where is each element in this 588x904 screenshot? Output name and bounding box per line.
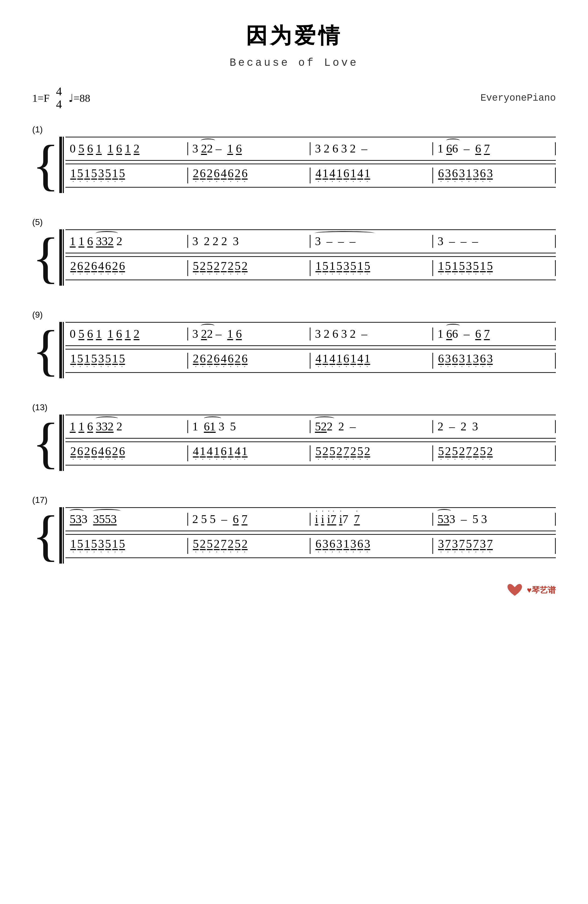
upper-staff-1: 0 5 6 1 1 6 1 2 3	[66, 137, 556, 161]
lower-staff-5: 1· 5· 1· 5· 3· 5· 1· 5· 5· 2·	[66, 534, 556, 558]
page: 因为爱情 Because of Love 1=F 4 4 ♩=88 Everyo…	[0, 0, 588, 620]
section-number-1: (1)	[32, 125, 556, 134]
note-2b: 2	[201, 142, 207, 155]
staff-pair-2: { 1 1 6 3	[32, 229, 556, 286]
note-0: 0	[70, 143, 76, 155]
barline	[555, 168, 556, 183]
thick-bar-1	[59, 137, 62, 193]
ln-1b: 1·	[84, 168, 90, 183]
left-bracket-4: {	[32, 414, 65, 471]
time-sig: 4 4	[56, 85, 62, 111]
high-note-i1: i ·	[315, 513, 318, 526]
double-barline-3	[59, 322, 64, 378]
main-title: 因为爱情	[32, 22, 556, 51]
measures-lower-2: 2· 6· 2· 6· 4· 6· 2· 6· 5· 2·	[66, 260, 556, 276]
note-1c: 1	[125, 143, 131, 155]
key-label: 1=F	[32, 92, 50, 104]
brace-2: {	[32, 229, 59, 286]
measure-u1-1: 0 5 6 1 1 6 1 2	[66, 142, 187, 155]
note-1d: 1	[227, 143, 233, 155]
note-2c: 2	[207, 143, 213, 155]
title-section: 因为爱情 Because of Love	[32, 22, 556, 69]
section-number-2: (5)	[32, 217, 556, 227]
ln-5c: 5·	[105, 168, 111, 183]
measure-u2-4: 3 – – –	[433, 235, 555, 248]
staff-pair-1: { 0 5 6 1 1	[32, 137, 556, 193]
measures-lower-1: 1· 5· 1· 5· 3· 5· 1· 5· 2· 6·	[66, 168, 556, 183]
score-section-4: (13) { 1 1 6 3	[32, 403, 556, 471]
measure-l1-1: 1· 5· 1· 5· 3· 5· 1· 5·	[66, 168, 187, 183]
thin-bar-1	[63, 137, 64, 193]
score-section-1: (1) { 0 5 6	[32, 125, 556, 193]
double-barline-2	[59, 229, 64, 286]
ln-5d: 5·	[119, 168, 125, 183]
note-1b: 1	[107, 143, 113, 155]
measures-upper-3: 0 5 6 1 1 6 1 2 3	[66, 327, 556, 340]
left-bracket-1: {	[32, 137, 65, 193]
high-note-7a: 7 ·	[330, 513, 336, 526]
high-note-i7: i ·	[327, 513, 330, 526]
barline	[555, 142, 556, 155]
ln-3a: 3·	[98, 168, 104, 183]
double-barline-5	[59, 507, 64, 564]
note-7a: 7	[484, 143, 490, 155]
measures-upper-2: 1 1 6 3 3 2	[66, 235, 556, 248]
dash-a: –	[216, 143, 222, 155]
thick-bar-2	[59, 229, 62, 286]
note-6d: 6	[332, 143, 338, 155]
measure-u2-3: 3 – – –	[311, 235, 432, 248]
lower-staff-1: 1· 5· 1· 5· 3· 5· 1· 5· 2· 6·	[66, 163, 556, 188]
measure-l2-1: 2· 6· 2· 6· 4· 6· 2· 6·	[66, 260, 187, 276]
score-section-3: (9) { 0 5 6 1 1	[32, 310, 556, 378]
staves-5: 5 3 3 3 5 5 3	[66, 507, 556, 564]
measures-upper-1: 0 5 6 1 1 6 1 2 3	[66, 142, 556, 155]
lower-staff-2: 2· 6· 2· 6· 4· 6· 2· 6· 5· 2·	[66, 256, 556, 280]
measure-l1-4: 6· 3· 6· 3· 1· 3· 6· 3·	[433, 168, 555, 183]
staff-pair-5: { 5 3 3	[32, 507, 556, 564]
tie-arc-2	[446, 139, 460, 142]
staves-4: 1 1 6 3 3 2 2	[66, 414, 556, 471]
bar-u1-4	[555, 142, 556, 155]
score-section-5: (17) { 5	[32, 495, 556, 564]
section-number-4: (13)	[32, 403, 556, 412]
left-bracket-2: {	[32, 229, 65, 286]
tie-group-16: 6	[446, 142, 452, 155]
note-3a: 3	[192, 143, 198, 155]
measure-u2-2: 3 2 2 2 3	[188, 235, 310, 248]
high-note-7b: 7 ·	[354, 513, 360, 526]
staves-3: 0 5 6 1 1 6 1 2 3	[66, 322, 556, 378]
brace-4: {	[32, 414, 59, 471]
dash-c: –	[464, 143, 470, 155]
sub-title: Because of Love	[32, 57, 556, 69]
note-3c: 3	[341, 143, 347, 155]
score-section-2: (5) { 1 1 6	[32, 217, 556, 286]
measure-l1-2: 2· 6· 2· 6· 4· 6· 2· 6·	[188, 168, 310, 183]
ln-1: 1·	[70, 168, 76, 183]
upper-staff-4: 1 1 6 3 3 2 2	[66, 414, 556, 439]
tie-arc	[201, 139, 215, 142]
watermark: EveryonePiano	[480, 93, 556, 104]
bar-u2-4	[555, 235, 556, 248]
note-6f: 6	[452, 143, 458, 155]
note-5: 5	[78, 143, 84, 155]
staves-2: 1 1 6 3 3 2	[66, 229, 556, 286]
tie-group-32: 2	[201, 142, 207, 155]
measure-u2-1: 1 1 6 3 3 2	[66, 235, 187, 248]
note-1a: 1	[96, 143, 102, 155]
note-3b: 3	[315, 143, 321, 155]
double-barline-4	[59, 414, 64, 471]
bar-l1-4	[555, 168, 556, 183]
left-bracket-5: {	[32, 507, 65, 564]
note-2a: 2	[134, 143, 140, 155]
tempo-label: ♩=88	[68, 92, 90, 104]
note-6b: 6	[116, 143, 122, 155]
measure-u1-3: 3 2 6 3 2 –	[311, 142, 432, 155]
brace-1: {	[32, 137, 59, 193]
upper-staff-5: 5 3 3 3 5 5 3	[66, 507, 556, 531]
measure-u1-2: 3 2 2 – 1 6	[188, 142, 310, 155]
staff-pair-3: { 0 5 6 1 1 6	[32, 322, 556, 378]
thin-bar-2	[63, 229, 64, 286]
key-tempo: 1=F 4 4 ♩=88	[32, 85, 90, 111]
brace-3: {	[32, 322, 59, 378]
section-number-5: (17)	[32, 495, 556, 505]
